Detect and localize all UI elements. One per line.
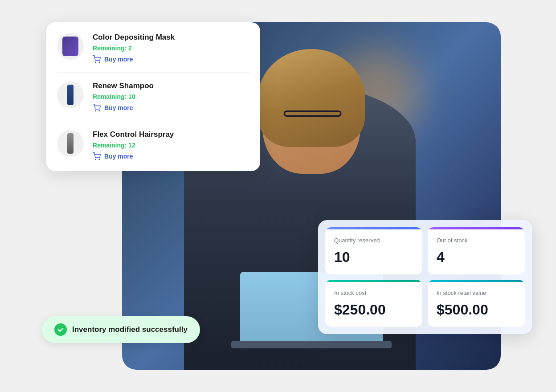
product-remaining-mask: Remaining: 2	[93, 45, 249, 52]
stat-card-quantity-reserved: Quantity reserved 10	[325, 227, 422, 274]
cart-icon-mask	[93, 55, 101, 63]
success-notification: Inventory modified successfully	[42, 316, 200, 343]
buy-more-mask[interactable]: Buy more	[93, 55, 249, 63]
mask-product-shape	[62, 37, 78, 56]
glasses	[284, 110, 342, 117]
product-item-hairspray: Flex Control Hairspray Remaining: 12 Buy…	[57, 121, 249, 160]
stat-value-quantity-reserved: 10	[334, 249, 413, 265]
stat-label-in-stock-retail: In stock retail value	[437, 290, 516, 296]
success-icon	[54, 323, 67, 336]
svg-point-2	[95, 110, 96, 111]
stat-card-in-stock-retail: In stock retail value $500.00	[428, 280, 525, 327]
svg-point-4	[95, 159, 96, 160]
product-info-mask: Color Depositing Mask Remaining: 2 Buy m…	[93, 33, 249, 63]
shampoo-product-shape	[67, 85, 74, 105]
product-list-card: Color Depositing Mask Remaining: 2 Buy m…	[46, 22, 260, 171]
product-name-mask: Color Depositing Mask	[93, 33, 249, 42]
buy-more-hairspray[interactable]: Buy more	[93, 152, 249, 160]
cart-icon-shampoo	[93, 104, 101, 112]
stat-value-out-of-stock: 4	[437, 249, 516, 265]
svg-point-0	[95, 62, 96, 63]
buy-more-shampoo[interactable]: Buy more	[93, 104, 249, 112]
product-image-hairspray	[57, 130, 84, 157]
product-info-shampoo: Renew Shampoo Remaining: 10 Buy more	[93, 82, 249, 112]
product-name-shampoo: Renew Shampoo	[93, 82, 249, 90]
stat-card-out-of-stock: Out of stock 4	[428, 227, 525, 274]
product-image-shampoo	[57, 82, 84, 108]
laptop-base	[231, 341, 392, 348]
stat-label-out-of-stock: Out of stock	[437, 237, 516, 244]
stat-value-in-stock-retail: $500.00	[437, 302, 516, 318]
svg-point-1	[99, 62, 100, 63]
person-hair	[258, 49, 365, 147]
scene: Color Depositing Mask Remaining: 2 Buy m…	[33, 13, 523, 379]
success-message: Inventory modified successfully	[72, 325, 188, 334]
product-remaining-shampoo: Remaining: 10	[93, 93, 249, 100]
product-item-shampoo: Renew Shampoo Remaining: 10 Buy more	[57, 73, 249, 121]
stats-container: Quantity reserved 10 Out of stock 4 In s…	[318, 220, 532, 334]
product-name-hairspray: Flex Control Hairspray	[93, 130, 249, 139]
product-image-mask	[57, 33, 84, 60]
stat-card-in-stock-cost: In stock cost $250.00	[325, 280, 422, 327]
product-remaining-hairspray: Remaining: 12	[93, 142, 249, 149]
cart-icon-hairspray	[93, 152, 101, 160]
product-item-mask: Color Depositing Mask Remaining: 2 Buy m…	[57, 33, 249, 73]
product-info-hairspray: Flex Control Hairspray Remaining: 12 Buy…	[93, 130, 249, 160]
stat-value-in-stock-cost: $250.00	[334, 302, 413, 318]
stat-label-in-stock-cost: In stock cost	[334, 290, 413, 296]
svg-point-5	[99, 159, 100, 160]
hairspray-product-shape	[67, 133, 74, 154]
stat-label-quantity-reserved: Quantity reserved	[334, 237, 413, 244]
svg-point-3	[99, 110, 100, 111]
checkmark-icon	[57, 326, 64, 333]
